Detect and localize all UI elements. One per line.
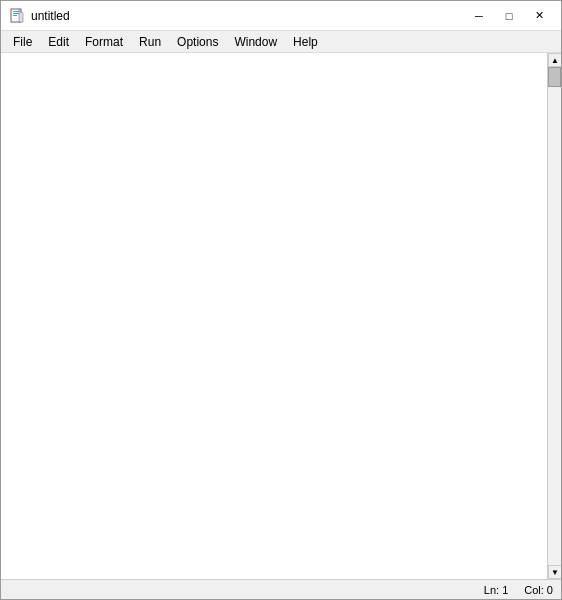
- menu-edit[interactable]: Edit: [40, 31, 77, 53]
- scrollbar-arrow-up[interactable]: ▲: [548, 53, 561, 67]
- svg-rect-1: [13, 11, 19, 12]
- editor-area: ▲ ▼: [1, 53, 561, 579]
- title-bar-controls: ─ □ ✕: [465, 5, 553, 27]
- menu-window[interactable]: Window: [226, 31, 285, 53]
- title-bar-left: untitled: [9, 8, 70, 24]
- svg-rect-3: [13, 15, 17, 16]
- menu-format[interactable]: Format: [77, 31, 131, 53]
- scrollbar-arrow-down[interactable]: ▼: [548, 565, 561, 579]
- minimize-button[interactable]: ─: [465, 5, 493, 27]
- menu-bar: File Edit Format Run Options Window Help: [1, 31, 561, 53]
- menu-help[interactable]: Help: [285, 31, 326, 53]
- maximize-button[interactable]: □: [495, 5, 523, 27]
- menu-run[interactable]: Run: [131, 31, 169, 53]
- title-bar: untitled ─ □ ✕: [1, 1, 561, 31]
- window-title: untitled: [31, 9, 70, 23]
- app-window: untitled ─ □ ✕ File Edit Format Run Opti…: [0, 0, 562, 600]
- menu-file[interactable]: File: [5, 31, 40, 53]
- status-line: Ln: 1: [484, 584, 508, 596]
- app-icon: [9, 8, 25, 24]
- menu-options[interactable]: Options: [169, 31, 226, 53]
- svg-rect-2: [13, 13, 19, 14]
- status-bar: Ln: 1 Col: 0: [1, 579, 561, 599]
- scrollbar-thumb[interactable]: [548, 67, 561, 87]
- text-editor[interactable]: [1, 53, 547, 579]
- close-button[interactable]: ✕: [525, 5, 553, 27]
- vertical-scrollbar[interactable]: ▲ ▼: [547, 53, 561, 579]
- status-column: Col: 0: [524, 584, 553, 596]
